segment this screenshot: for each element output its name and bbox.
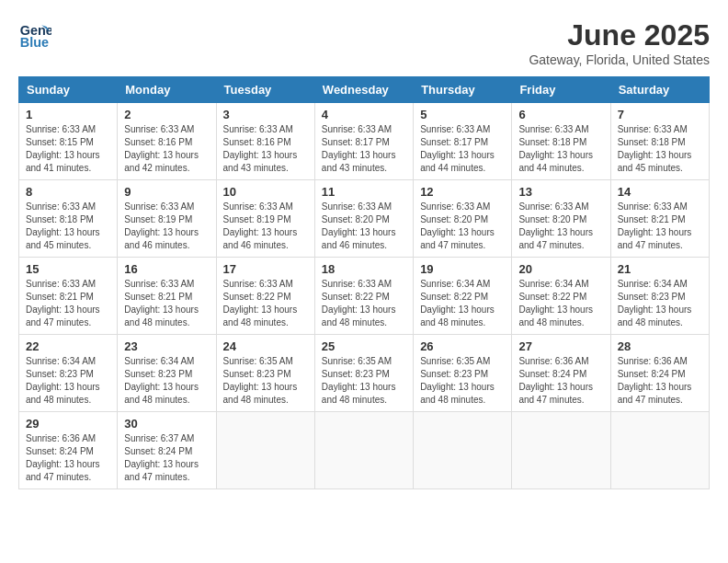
- month-title: June 2025: [529, 18, 710, 52]
- day-29: 29Sunrise: 6:36 AMSunset: 8:24 PMDayligh…: [19, 412, 118, 489]
- header-thursday: Thursday: [414, 77, 512, 103]
- location-subtitle: Gateway, Florida, United States: [529, 52, 710, 67]
- day-18: 18Sunrise: 6:33 AMSunset: 8:22 PMDayligh…: [314, 258, 413, 335]
- day-20: 20Sunrise: 6:34 AMSunset: 8:22 PMDayligh…: [512, 258, 610, 335]
- day-11: 11Sunrise: 6:33 AMSunset: 8:20 PMDayligh…: [314, 180, 413, 258]
- header-sunday: Sunday: [19, 77, 118, 103]
- svg-text:Blue: Blue: [20, 35, 49, 50]
- day-23: 23Sunrise: 6:34 AMSunset: 8:23 PMDayligh…: [118, 335, 216, 412]
- empty-cell: [314, 412, 413, 489]
- day-14: 14Sunrise: 6:33 AMSunset: 8:21 PMDayligh…: [610, 180, 709, 258]
- calendar-header-row: Sunday Monday Tuesday Wednesday Thursday…: [19, 77, 710, 103]
- header-friday: Friday: [512, 77, 610, 103]
- day-19: 19Sunrise: 6:34 AMSunset: 8:22 PMDayligh…: [414, 258, 512, 335]
- day-16: 16Sunrise: 6:33 AMSunset: 8:21 PMDayligh…: [118, 258, 216, 335]
- empty-cell: [414, 412, 512, 489]
- day-1: 1Sunrise: 6:33 AMSunset: 8:15 PMDaylight…: [19, 103, 118, 180]
- title-section: June 2025 Gateway, Florida, United State…: [529, 18, 710, 67]
- logo: General Blue: [18, 18, 51, 52]
- header-saturday: Saturday: [610, 77, 709, 103]
- day-22: 22Sunrise: 6:34 AMSunset: 8:23 PMDayligh…: [19, 335, 118, 412]
- day-28: 28Sunrise: 6:36 AMSunset: 8:24 PMDayligh…: [610, 335, 709, 412]
- day-10: 10Sunrise: 6:33 AMSunset: 8:19 PMDayligh…: [216, 180, 314, 258]
- day-8: 8Sunrise: 6:33 AMSunset: 8:18 PMDaylight…: [19, 180, 118, 258]
- empty-cell: [512, 412, 610, 489]
- day-25: 25Sunrise: 6:35 AMSunset: 8:23 PMDayligh…: [314, 335, 413, 412]
- page-header: General Blue June 2025 Gateway, Florida,…: [18, 18, 710, 67]
- day-24: 24Sunrise: 6:35 AMSunset: 8:23 PMDayligh…: [216, 335, 314, 412]
- day-7: 7Sunrise: 6:33 AMSunset: 8:18 PMDaylight…: [610, 103, 709, 180]
- day-2: 2Sunrise: 6:33 AMSunset: 8:16 PMDaylight…: [118, 103, 216, 180]
- calendar-table: Sunday Monday Tuesday Wednesday Thursday…: [18, 76, 710, 489]
- day-30: 30Sunrise: 6:37 AMSunset: 8:24 PMDayligh…: [118, 412, 216, 489]
- week-row-3: 15Sunrise: 6:33 AMSunset: 8:21 PMDayligh…: [19, 258, 710, 335]
- day-9: 9Sunrise: 6:33 AMSunset: 8:19 PMDaylight…: [118, 180, 216, 258]
- day-15: 15Sunrise: 6:33 AMSunset: 8:21 PMDayligh…: [19, 258, 118, 335]
- empty-cell: [610, 412, 709, 489]
- header-wednesday: Wednesday: [314, 77, 413, 103]
- day-3: 3Sunrise: 6:33 AMSunset: 8:16 PMDaylight…: [216, 103, 314, 180]
- empty-cell: [216, 412, 314, 489]
- week-row-2: 8Sunrise: 6:33 AMSunset: 8:18 PMDaylight…: [19, 180, 710, 258]
- day-17: 17Sunrise: 6:33 AMSunset: 8:22 PMDayligh…: [216, 258, 314, 335]
- day-12: 12Sunrise: 6:33 AMSunset: 8:20 PMDayligh…: [414, 180, 512, 258]
- day-26: 26Sunrise: 6:35 AMSunset: 8:23 PMDayligh…: [414, 335, 512, 412]
- day-13: 13Sunrise: 6:33 AMSunset: 8:20 PMDayligh…: [512, 180, 610, 258]
- day-5: 5Sunrise: 6:33 AMSunset: 8:17 PMDaylight…: [414, 103, 512, 180]
- day-6: 6Sunrise: 6:33 AMSunset: 8:18 PMDaylight…: [512, 103, 610, 180]
- day-21: 21Sunrise: 6:34 AMSunset: 8:23 PMDayligh…: [610, 258, 709, 335]
- header-monday: Monday: [118, 77, 216, 103]
- week-row-5: 29Sunrise: 6:36 AMSunset: 8:24 PMDayligh…: [19, 412, 710, 489]
- header-tuesday: Tuesday: [216, 77, 314, 103]
- week-row-4: 22Sunrise: 6:34 AMSunset: 8:23 PMDayligh…: [19, 335, 710, 412]
- day-27: 27Sunrise: 6:36 AMSunset: 8:24 PMDayligh…: [512, 335, 610, 412]
- day-4: 4Sunrise: 6:33 AMSunset: 8:17 PMDaylight…: [314, 103, 413, 180]
- logo-icon: General Blue: [18, 18, 51, 52]
- week-row-1: 1Sunrise: 6:33 AMSunset: 8:15 PMDaylight…: [19, 103, 710, 180]
